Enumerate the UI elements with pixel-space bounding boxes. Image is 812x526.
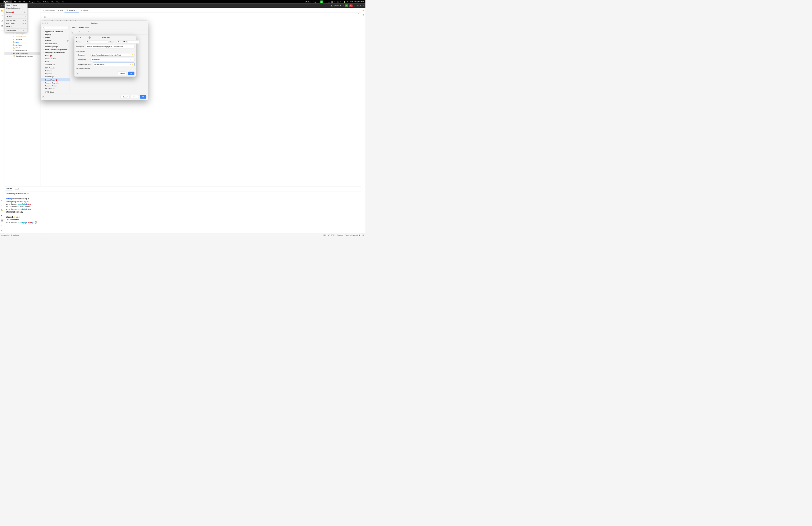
menu-tools[interactable]: Tools	[57, 1, 60, 3]
menu-about[interactable]: About PyCharm	[5, 3, 28, 6]
more-icon[interactable]: ⋮	[354, 5, 356, 7]
tools-diff[interactable]: ›Diff & Merge	[41, 75, 70, 78]
more-icon[interactable]: ⋯	[1, 30, 3, 32]
run-config-selector[interactable]: 🐍 openApi ▾	[330, 4, 342, 7]
menu-git[interactable]: Git	[62, 1, 64, 3]
tools-diagrams[interactable]: Diagrams	[41, 72, 70, 75]
menu-navigate[interactable]: Navigate	[29, 1, 35, 3]
menu-settings[interactable]: Settings1 ⌘ ,	[5, 11, 28, 14]
battery-icon[interactable]: 🔋	[344, 1, 345, 3]
tab-gitignore[interactable]: ⊘.gitignore	[79, 8, 91, 13]
status-interpreter[interactable]: Python 3.9 (openApi) (2)	[345, 234, 361, 236]
services-icon[interactable]: ⚗	[1, 199, 3, 202]
settings-build[interactable]: ›Build, Execution, Deployment	[41, 48, 70, 51]
tools-black[interactable]: Black▫	[41, 60, 70, 63]
user-icon[interactable]: ◎	[337, 1, 338, 3]
settings-version-control[interactable]: ›Version Control▫	[41, 42, 70, 45]
browse-icon[interactable]: 📁	[132, 63, 133, 65]
file-env-production[interactable]: ≡.env.production	[4, 35, 41, 38]
create-tool-cancel-button[interactable]: Cancel	[118, 72, 127, 75]
search-icon[interactable]: 🔍	[360, 5, 362, 7]
s-icon[interactable]: S	[335, 1, 336, 3]
name-input[interactable]	[86, 40, 108, 44]
file-requirements[interactable]: ≡requirements.txt	[4, 49, 41, 52]
tools-code-with-me[interactable]: Code With Me	[41, 63, 70, 66]
run-tool-icon[interactable]: ▷	[1, 204, 3, 207]
file-exts-py[interactable]: 🐍exts.py	[4, 46, 41, 49]
problems-icon[interactable]: ⚠	[1, 225, 3, 227]
tools-csv[interactable]: CSV Formats	[41, 66, 70, 69]
copy-button[interactable]: ⧉	[88, 31, 89, 33]
tools-actions-on-save[interactable]: Actions on Save	[41, 57, 70, 60]
settings-tree[interactable]: ›Appearance & Behavior Keymap ›Editor Pl…	[41, 30, 70, 94]
settings-apply-button[interactable]: Apply	[131, 95, 139, 99]
facetime-icon[interactable]: ▣	[320, 1, 323, 3]
insert-macro-icon[interactable]: ＋	[129, 63, 131, 65]
file-env-example[interactable]: ≡.env.example	[4, 32, 41, 35]
menubar-app-name[interactable]: PyCharm	[3, 1, 12, 3]
advanced-options[interactable]: › Advanced Options	[74, 66, 136, 70]
collab-icon[interactable]: 👥	[357, 5, 359, 7]
terminal-tab[interactable]: Terminal	[6, 187, 13, 190]
pr-icon[interactable]: ⎇	[1, 19, 3, 22]
arguments-input[interactable]	[91, 58, 134, 61]
tab-config-py[interactable]: 🐍config.py×	[64, 8, 79, 13]
tab-env[interactable]: ≡.env	[56, 8, 65, 13]
tools-file-watchers[interactable]: File Watchers▫	[41, 87, 70, 90]
browse-icon[interactable]: 📁	[132, 54, 133, 56]
control-center-icon[interactable]: ⚙	[347, 1, 349, 3]
terminal-icon[interactable]: ▣	[1, 219, 3, 222]
editor-more-icon[interactable]: ⋮	[357, 8, 361, 13]
settings-cancel-button[interactable]: Cancel	[120, 95, 130, 99]
file-app-py[interactable]: 🐍app.py	[4, 41, 41, 44]
debug-tool-icon[interactable]: ◈	[1, 214, 3, 216]
menu-view[interactable]: View	[23, 1, 27, 3]
file-config-py[interactable]: 🐍config.py	[4, 44, 41, 46]
terminal-output[interactable]: Successfully installed black-24. [notice…	[4, 191, 361, 225]
debug-icon[interactable]: ⫴	[343, 5, 344, 7]
tools-external-tools[interactable]: External Tools 3	[41, 78, 70, 81]
vcs-icon[interactable]: ⎘	[1, 229, 3, 231]
settings-search[interactable]: 🔍	[42, 26, 69, 29]
help-icon[interactable]: ?	[76, 72, 79, 75]
tools-http[interactable]: HTTP Client▫	[41, 90, 70, 93]
stop-button[interactable]: ▢	[349, 4, 353, 7]
settings-search-input[interactable]	[45, 27, 68, 29]
wifi-icon[interactable]: ᯤ	[340, 1, 342, 3]
menu-hide-others[interactable]: Hide Others⌥⌘ H	[5, 22, 28, 25]
description-input[interactable]	[86, 45, 134, 48]
settings-plugins[interactable]: Plugins2	[41, 39, 70, 42]
inspection-ok-icon[interactable]: ✓	[358, 13, 359, 15]
insert-macro-icon[interactable]: ＋	[129, 59, 131, 61]
menu-refactor[interactable]: Refactor	[43, 1, 49, 3]
menu-show-all[interactable]: Show All	[5, 25, 28, 28]
insert-macro-icon[interactable]: ＋	[129, 54, 131, 56]
create-tool-ok-button[interactable]: OK	[128, 72, 134, 75]
down-button[interactable]: ↧	[85, 31, 86, 33]
database-icon[interactable]: 🛢	[362, 14, 364, 16]
status-breadcrumb[interactable]: ▢ openApi › 🐍 config.py	[1, 234, 19, 236]
scratches[interactable]: ›📝Scratches and Consoles	[4, 55, 41, 57]
settings-tools[interactable]: ⌄Tools 2	[41, 54, 70, 57]
settings-appearance[interactable]: ›Appearance & Behavior	[41, 30, 70, 33]
working-dir-input[interactable]	[93, 63, 134, 66]
tools-features-suggester[interactable]: Features Suggester	[41, 81, 70, 84]
settings-langs[interactable]: ›Languages & Frameworks	[41, 51, 70, 54]
menu-services[interactable]: Services›	[5, 15, 28, 18]
up-button[interactable]: ↥	[82, 31, 84, 33]
file-gitignore[interactable]: ⊘.gitignore	[4, 38, 41, 41]
close-icon[interactable]: ×	[19, 188, 20, 190]
commit-icon[interactable]: ⊸	[1, 15, 3, 17]
tools-database[interactable]: ›Database	[41, 69, 70, 72]
check-icon[interactable]: ✓	[325, 1, 326, 3]
edit-tool-button[interactable]: ✎	[79, 31, 80, 33]
status-indent[interactable]: 4 spaces	[337, 234, 343, 236]
status-lock-icon[interactable]: 🔒	[362, 234, 364, 236]
status-position[interactable]: 39:1	[323, 234, 327, 236]
settings-project[interactable]: ›Project: openApi▫	[41, 45, 70, 48]
notifications-icon[interactable]: 🔔	[362, 10, 364, 12]
settings-keymap[interactable]: Keymap	[41, 33, 70, 36]
settings-editor[interactable]: ›Editor	[41, 36, 70, 39]
settings-ok-button[interactable]: OK	[140, 95, 146, 99]
tab-env-example[interactable]: ≡.env.example	[42, 8, 56, 13]
